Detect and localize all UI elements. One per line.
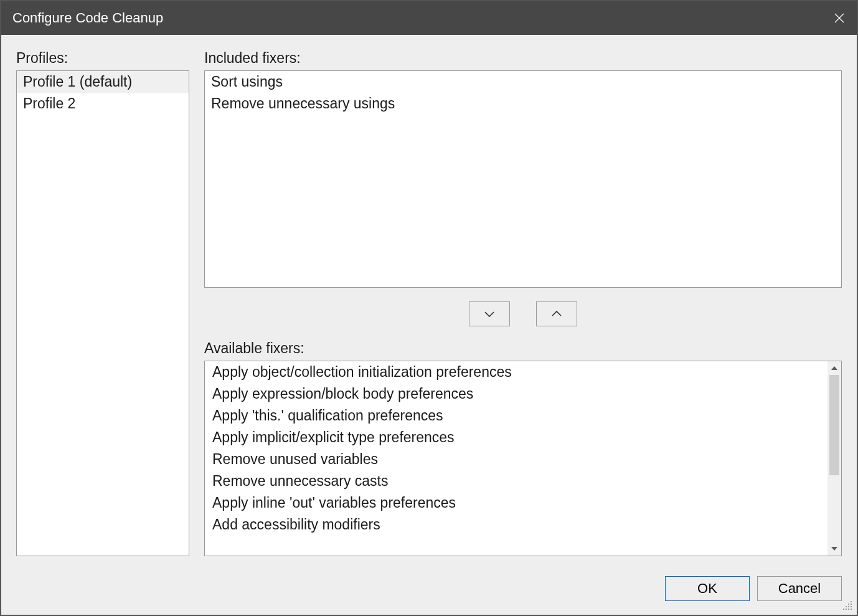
scroll-track[interactable]	[827, 375, 841, 542]
svg-marker-2	[831, 366, 837, 370]
chevron-down-icon	[484, 310, 495, 318]
scroll-thumb[interactable]	[829, 375, 839, 475]
included-fixers-listbox[interactable]: Sort usings Remove unnecessary usings	[204, 70, 842, 288]
svg-rect-6	[851, 604, 852, 605]
available-label: Available fixers:	[204, 340, 842, 357]
dialog-window: Configure Code Cleanup Profiles: Profile…	[0, 0, 858, 616]
available-fixer-item[interactable]: Apply expression/block body preferences	[205, 383, 827, 405]
svg-rect-7	[846, 606, 847, 607]
scroll-up-button[interactable]	[827, 361, 841, 375]
svg-rect-9	[851, 606, 852, 607]
move-up-button[interactable]	[536, 301, 577, 326]
available-fixer-item[interactable]: Apply object/collection initialization p…	[205, 361, 827, 383]
profiles-column: Profiles: Profile 1 (default) Profile 2	[16, 50, 189, 556]
close-icon	[834, 12, 845, 24]
scroll-down-button[interactable]	[827, 542, 841, 556]
scrollbar[interactable]	[827, 361, 841, 556]
available-fixer-item[interactable]: Remove unnecessary casts	[205, 470, 827, 492]
svg-rect-13	[851, 609, 852, 610]
dialog-buttons: OK Cancel	[1, 556, 857, 615]
resize-grip[interactable]	[842, 600, 853, 611]
chevron-up-icon	[551, 310, 562, 318]
profiles-label: Profiles:	[16, 50, 189, 67]
svg-rect-12	[848, 609, 849, 610]
available-fixer-item[interactable]: Apply 'this.' qualification preferences	[205, 405, 827, 427]
resize-grip-icon	[842, 600, 853, 611]
available-fixer-item[interactable]: Add accessibility modifiers	[205, 514, 827, 536]
caret-down-icon	[831, 547, 837, 551]
available-fixers-listbox[interactable]: Apply object/collection initialization p…	[204, 361, 842, 556]
available-section: Available fixers: Apply object/collectio…	[204, 340, 842, 556]
svg-rect-5	[848, 604, 849, 605]
svg-rect-10	[843, 609, 844, 610]
move-buttons-row	[204, 288, 842, 340]
available-fixer-item[interactable]: Apply inline 'out' variables preferences	[205, 492, 827, 514]
available-fixer-item[interactable]: Remove unused variables	[205, 448, 827, 470]
svg-marker-3	[831, 547, 837, 551]
titlebar: Configure Code Cleanup	[1, 1, 857, 35]
caret-up-icon	[831, 366, 837, 370]
svg-rect-8	[848, 606, 849, 607]
close-button[interactable]	[822, 1, 857, 35]
svg-rect-4	[851, 601, 852, 602]
cancel-button[interactable]: Cancel	[757, 576, 842, 601]
profile-item[interactable]: Profile 1 (default)	[17, 71, 189, 93]
included-fixer-item[interactable]: Sort usings	[205, 71, 841, 93]
profiles-listbox[interactable]: Profile 1 (default) Profile 2	[16, 70, 189, 556]
dialog-content: Profiles: Profile 1 (default) Profile 2 …	[1, 35, 857, 556]
profile-item[interactable]: Profile 2	[17, 93, 189, 115]
move-down-button[interactable]	[469, 301, 510, 326]
fixers-column: Included fixers: Sort usings Remove unne…	[204, 50, 842, 556]
included-fixer-item[interactable]: Remove unnecessary usings	[205, 93, 841, 115]
included-label: Included fixers:	[204, 50, 842, 67]
svg-rect-11	[846, 609, 847, 610]
ok-button[interactable]: OK	[665, 576, 750, 601]
window-title: Configure Code Cleanup	[12, 10, 163, 26]
available-fixers-list: Apply object/collection initialization p…	[205, 361, 827, 556]
available-fixer-item[interactable]: Apply implicit/explicit type preferences	[205, 427, 827, 448]
